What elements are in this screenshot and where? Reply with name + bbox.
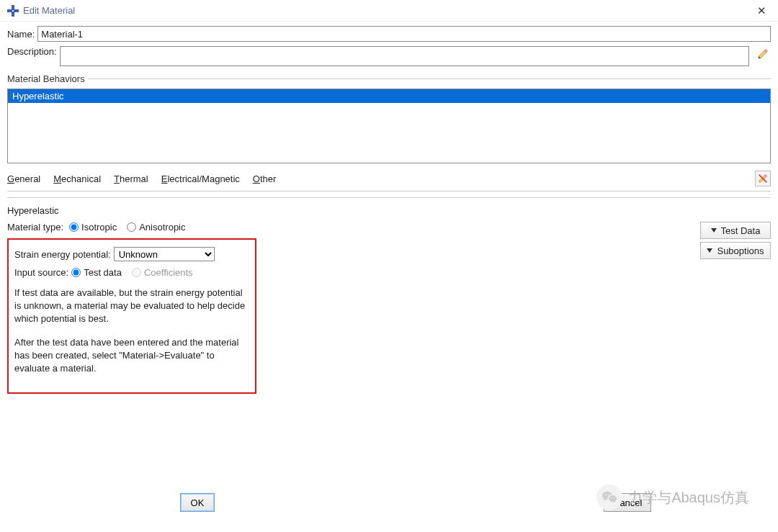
radio-anisotropic-label: Anisotropic — [139, 222, 185, 233]
ok-button[interactable]: OK — [180, 493, 215, 512]
dialog-button-row: OK Cancel — [180, 493, 651, 512]
pencil-icon[interactable] — [755, 46, 771, 62]
strain-energy-panel: Strain energy potential: Unknown Input s… — [7, 238, 256, 394]
dialog-content: Name: Description: Material Behaviors Hy… — [0, 22, 778, 394]
help-text: If test data are available, but the stra… — [14, 287, 249, 375]
dropdown-arrow-icon — [707, 248, 712, 253]
right-dropdown-buttons: Test Data Suboptions — [700, 222, 771, 259]
name-row: Name: — [7, 26, 771, 42]
close-icon[interactable]: ✕ — [751, 3, 772, 19]
svg-rect-1 — [14, 9, 19, 12]
radio-coefficients: Coefficients — [132, 267, 193, 278]
material-behaviors-fieldset: Material Behaviors Hyperelastic General … — [7, 73, 771, 191]
name-input[interactable] — [37, 26, 771, 42]
strain-potential-label: Strain energy potential: — [14, 249, 111, 260]
section-title: Hyperelastic — [7, 205, 62, 216]
input-source-row: Input source: Test data Coefficients — [14, 267, 249, 278]
input-source-label: Input source: — [14, 267, 68, 278]
svg-rect-3 — [12, 12, 14, 17]
svg-rect-0 — [7, 9, 12, 12]
svg-rect-2 — [12, 5, 14, 10]
help-paragraph-2: After the test data have been entered an… — [14, 336, 249, 376]
cancel-button[interactable]: Cancel — [604, 493, 651, 512]
name-label: Name: — [7, 29, 35, 40]
radio-coefficients-label: Coefficients — [144, 267, 193, 278]
dropdown-arrow-icon — [711, 228, 717, 233]
radio-anisotropic-input[interactable] — [127, 222, 136, 232]
test-data-label: Test Data — [721, 225, 761, 236]
description-input[interactable] — [60, 46, 749, 66]
radio-anisotropic[interactable]: Anisotropic — [127, 222, 185, 233]
radio-test-data[interactable]: Test data — [71, 267, 122, 278]
behaviors-item-hyperelastic[interactable]: Hyperelastic — [8, 89, 770, 103]
strain-potential-row: Strain energy potential: Unknown — [14, 247, 249, 261]
material-type-row: Material type: Isotropic Anisotropic — [7, 222, 771, 233]
behavior-menubar: General Mechanical Thermal Electrical/Ma… — [7, 171, 771, 191]
material-behaviors-list[interactable]: Hyperelastic — [7, 89, 771, 163]
material-behaviors-legend: Material Behaviors — [4, 73, 88, 84]
suboptions-label: Suboptions — [717, 245, 764, 256]
radio-test-data-input[interactable] — [71, 268, 81, 277]
radio-isotropic-label: Isotropic — [81, 222, 117, 233]
material-type-label: Material type: — [7, 222, 63, 233]
menu-thermal[interactable]: Thermal — [114, 173, 148, 184]
menu-electrical[interactable]: Electrical/Magnetic — [161, 173, 240, 184]
app-icon — [7, 5, 19, 17]
description-label: Description: — [7, 46, 57, 57]
radio-test-data-label: Test data — [84, 267, 122, 278]
description-row: Description: — [7, 46, 771, 66]
menu-mechanical[interactable]: Mechanical — [53, 173, 101, 184]
menu-general[interactable]: General — [7, 173, 40, 184]
suboptions-button[interactable]: Suboptions — [700, 242, 771, 259]
menu-other[interactable]: Other — [253, 173, 277, 184]
window-title: Edit Material — [23, 5, 751, 16]
hyperelastic-section: Hyperelastic Material type: Isotropic An… — [7, 197, 771, 394]
delete-behavior-icon[interactable] — [755, 171, 771, 186]
radio-isotropic-input[interactable] — [69, 222, 79, 232]
help-paragraph-1: If test data are available, but the stra… — [14, 287, 249, 326]
radio-coefficients-input — [132, 268, 141, 277]
titlebar: Edit Material ✕ — [0, 0, 778, 22]
test-data-button[interactable]: Test Data — [700, 222, 771, 239]
radio-isotropic[interactable]: Isotropic — [69, 222, 117, 233]
strain-potential-select[interactable]: Unknown — [114, 247, 215, 261]
